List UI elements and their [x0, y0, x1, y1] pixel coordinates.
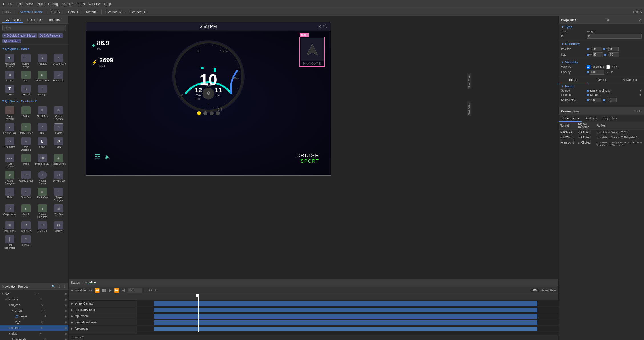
tab-qml-types[interactable]: QML Types — [2, 17, 23, 23]
tab-imports[interactable]: Imports — [47, 17, 62, 23]
eye-trips[interactable]: 👁 — [39, 332, 42, 335]
tl-settings-icon[interactable]: ⚙ — [149, 288, 152, 292]
design-mode[interactable]: Default — [66, 10, 80, 14]
tree-row-trips[interactable]: ▼ trips 👁 ◉ — [0, 331, 68, 336]
timeline-expand-icon[interactable]: ▶ — [71, 289, 73, 292]
vis-trips[interactable]: ◉ — [65, 332, 67, 335]
component-image[interactable]: 🖼 Image — [2, 70, 17, 83]
conn-add-icon[interactable]: + — [634, 109, 635, 113]
conn-tab-properties[interactable]: Properties — [599, 115, 619, 122]
component-stack-view[interactable]: ▦ Stack View — [35, 186, 50, 203]
tl-next-frame[interactable]: ⏩ — [114, 288, 119, 293]
override-h-btn[interactable]: Override H... — [128, 10, 149, 14]
menu-window[interactable]: Window — [88, 2, 101, 6]
text-editor-tab[interactable]: Text Editor — [467, 102, 471, 116]
navigator-down-icon[interactable]: ⇩ — [63, 285, 66, 289]
conn-tab-connections[interactable]: Connections — [559, 115, 582, 122]
menu-debug[interactable]: Debug — [48, 2, 58, 6]
info-icon[interactable]: ⓘ — [323, 24, 327, 29]
component-item[interactable]: □ Item — [18, 70, 34, 83]
properties-settings-icon[interactable]: ⚙ — [606, 18, 609, 22]
type-section-title[interactable]: ▼ Type — [561, 25, 642, 29]
tab-navigator[interactable]: Navigator — [2, 285, 16, 288]
tree-row-cruise[interactable]: ► cruise 👁 ◉ — [0, 325, 68, 331]
component-text[interactable]: T Text — [2, 84, 17, 97]
tl-to-end[interactable]: ⏭ — [121, 288, 125, 293]
conn-row-0[interactable]: leftClickA... onClicked root.state = 'St… — [559, 130, 644, 135]
frame-input[interactable] — [128, 288, 142, 293]
component-check-delegate[interactable]: ☑ Check Delegate — [51, 105, 67, 122]
source-browse-icon[interactable]: ▼ — [639, 89, 642, 92]
form-editor-tab[interactable]: Form Editor — [467, 73, 471, 89]
material-mode[interactable]: Material — [84, 10, 99, 14]
eye-cruise[interactable]: 👁 — [40, 326, 43, 329]
component-swipe-view[interactable]: ⇄ Swipe View — [2, 203, 17, 220]
component-scroll-view[interactable]: ◫ Scroll View — [51, 170, 67, 186]
tree-row-tri[interactable]: ▼ tri_een 👁 ◉ — [0, 302, 68, 308]
eye-unnamed[interactable]: 👁 — [44, 338, 47, 340]
component-swipe-delegate[interactable]: ↔ Swipe Delegate — [51, 186, 67, 203]
clip-checkbox[interactable] — [606, 65, 610, 69]
prop-tab-advanced[interactable]: Advanced — [615, 77, 644, 83]
navigate-image-selected[interactable]: Image NAVIGATE — [299, 37, 325, 67]
close-icon[interactable]: ✕ — [318, 24, 321, 29]
vis-st[interactable]: ◉ — [65, 309, 67, 312]
pos-x-input[interactable] — [592, 47, 602, 51]
component-radio-button[interactable]: ◉ Radio Button — [51, 153, 67, 169]
component-delay-button[interactable]: ⊙ Delay Button — [18, 122, 34, 136]
tl-zoom-in[interactable]: + — [154, 288, 157, 292]
section-qtquick-controls2[interactable]: ▾ Qt Quick - Controls 2 — [0, 98, 68, 104]
tab-timeline[interactable]: Timeline — [84, 280, 96, 285]
tree-row-root[interactable]: ▼ root 👁 ◉ — [0, 291, 68, 296]
tl-stop[interactable]: ▮▮ — [102, 288, 106, 293]
component-dial[interactable]: ◌ Dial — [35, 122, 50, 136]
eye-tri[interactable]: 👁 — [41, 303, 44, 307]
tab-states[interactable]: States — [71, 280, 80, 285]
opacity-down-btn[interactable]: ▼ — [610, 70, 613, 74]
conn-tab-bindings[interactable]: Bindings — [582, 115, 599, 122]
component-page-indicator[interactable]: ● ● ● Page Indicator — [2, 153, 17, 169]
src-w-input[interactable] — [593, 98, 601, 102]
image-section-title[interactable]: ▼ Image — [561, 85, 642, 88]
component-slider[interactable]: ⎯ Slider — [2, 186, 17, 203]
conn-settings-icon[interactable]: ⚙ — [639, 109, 642, 113]
component-range-slider[interactable]: ⊢⊣ Range Slider — [18, 170, 34, 186]
component-tab-bar[interactable]: ▦ Tab Bar — [51, 203, 67, 220]
component-text-area[interactable]: Ta Text Area — [18, 220, 34, 234]
geometry-section-title[interactable]: ▼ Geometry — [561, 42, 642, 45]
component-text-edit[interactable]: Te Text Edit — [18, 84, 34, 97]
vis-cruise[interactable]: ◉ — [65, 326, 67, 329]
vis-ne[interactable]: ◉ — [65, 321, 67, 324]
component-busy-indicator[interactable]: ◠ Busy Indicator — [2, 105, 17, 122]
menu-edit[interactable]: Edit — [17, 2, 23, 6]
vis-root[interactable]: ◉ — [65, 292, 67, 295]
vis-unnamed[interactable]: ◉ — [65, 338, 67, 340]
safe-renderer-tag[interactable]: Qt SafeRenderer — [38, 33, 63, 38]
menu-analyze[interactable]: Analyze — [61, 2, 74, 6]
menu-build[interactable]: Build — [37, 2, 45, 6]
component-tool-separator[interactable]: | Tool Separator — [2, 234, 17, 250]
visibility-section-title[interactable]: ▼ Visibility — [561, 61, 642, 64]
vis-image[interactable]: ◉ — [65, 315, 67, 318]
component-pane[interactable]: ▭ Pane — [18, 153, 34, 169]
tl-to-start[interactable]: ⏮ — [88, 288, 92, 293]
component-button[interactable]: ▭ Button — [18, 105, 34, 122]
studio3d-tag[interactable]: Qt Studio3D — [2, 39, 21, 43]
component-tumbler[interactable]: ⊙ Tumbler — [18, 234, 34, 250]
component-flickable[interactable]: ⇅ Flickable — [35, 53, 50, 69]
tree-row-image[interactable]: 🖼 image 👁 ◉ — [0, 313, 68, 319]
prop-tab-image[interactable]: Image — [559, 77, 587, 83]
menu-view[interactable]: View — [26, 2, 33, 6]
component-check-box[interactable]: ☑ Check Box — [35, 105, 50, 122]
component-item-delegate[interactable]: ≡ Item Delegate — [18, 136, 34, 152]
visibility-checkbox[interactable] — [587, 65, 590, 69]
tl-prev-frame[interactable]: ⏪ — [95, 288, 100, 293]
zoom-level[interactable]: 100 % — [49, 10, 61, 14]
conn-remove-icon[interactable]: - — [637, 109, 638, 113]
override-w-btn[interactable]: Override W... — [104, 10, 126, 14]
pos-y-input[interactable] — [608, 47, 619, 51]
effects-tag[interactable]: + QtQuick.Studio.Effects — [2, 33, 37, 38]
tree-row-st[interactable]: ▼ st_en 👁 ◉ — [0, 308, 68, 313]
opacity-up-btn[interactable]: ▲ — [605, 70, 609, 74]
tree-row-ne[interactable]: n_e 👁 ◉ — [0, 319, 68, 325]
